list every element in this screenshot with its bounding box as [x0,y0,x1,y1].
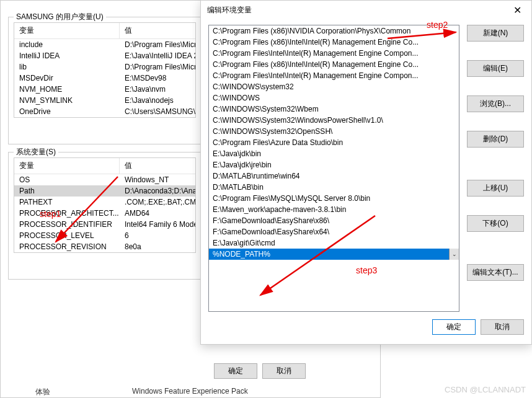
table-row[interactable]: OSWindows_NT [14,174,195,185]
cutoff-col1: 体验 [35,387,132,397]
new-button[interactable]: 新建(N) [467,25,524,42]
table-row[interactable]: PROCESSOR_IDENTIFIERIntel64 Family 6 Mod… [14,219,195,230]
user-vars-table[interactable]: 变量 值 includeD:\Program Files\MicrIntelli… [14,22,196,118]
table-header: 变量 值 [14,158,195,174]
edit-env-var-dialog: 编辑环境变量 ✕ C:\Program Files (x86)\NVIDIA C… [200,0,532,345]
path-item[interactable]: C:\Program Files (x86)\Intel\Intel(R) Ma… [209,37,459,48]
cell-var: include [14,39,120,50]
cell-val: AMD64 [120,208,195,219]
table-row[interactable]: PROCESSOR_LEVEL6 [14,230,195,241]
cell-val: .COM;.EXE;.BAT;.CMD; [120,197,195,208]
cutoff-row: 体验 Windows Feature Experience Pack [35,387,248,397]
path-item[interactable]: D:\MATLAB\bin [209,182,459,193]
ok-button[interactable]: 确定 [432,319,476,335]
path-item[interactable]: E:\Java\jdk\jre\bin [209,159,459,170]
table-row[interactable]: libD:\Program Files\Micr [14,61,195,73]
table-header: 变量 值 [14,23,195,39]
table-row[interactable]: NVM_HOMEE:\Java\nvm [14,84,195,95]
path-edit-input[interactable] [213,250,445,259]
path-item[interactable]: F:\GameDownload\EasyShare\x64\ [209,226,459,237]
cancel-button[interactable]: 取消 [262,363,306,379]
col-var: 变量 [14,23,120,38]
path-item[interactable]: C:\Program Files\MySQL\MySQL Server 8.0\… [209,193,459,204]
path-list[interactable]: C:\Program Files (x86)\NVIDIA Corporatio… [208,25,459,312]
cell-var: Path [14,185,120,197]
path-item[interactable]: C:\WINDOWS\System32\WindowsPowerShell\v1… [209,115,459,126]
table-row[interactable]: OneDriveC:\Users\SAMSUNG\O [14,106,195,117]
title-bar: 编辑环境变量 ✕ [201,1,531,20]
cell-var: PROCESSOR_REVISION [14,241,120,252]
edit-text-button[interactable]: 编辑文本(T)... [467,264,524,281]
cell-val: E:\MSDev98 [120,73,195,84]
cell-val: E:\Java\nodejs [120,95,195,106]
cell-val: C:\Users\SAMSUNG\O [120,106,195,117]
cell-val: 8e0a [120,241,195,252]
cell-val: Intel64 Family 6 Mode [120,219,195,230]
table-row[interactable]: PROCESSOR_REVISION8e0a [14,241,195,252]
cell-var: NVM_SYMLINK [14,95,120,106]
col-var: 变量 [14,158,120,174]
path-item[interactable]: C:\Program Files\Azure Data Studio\bin [209,137,459,148]
dialog-title: 编辑环境变量 [207,5,252,15]
side-buttons: 新建(N) 编辑(E) 浏览(B)... 删除(D) 上移(U) 下移(O) 编… [467,25,524,312]
path-item[interactable]: C:\Program Files\Intel\Intel(R) Manageme… [209,48,459,59]
table-row[interactable]: PathD:\Anaconda3;D:\Ana [14,185,195,197]
edit-button[interactable]: 编辑(E) [467,60,524,77]
path-item[interactable]: C:\WINDOWS [209,92,459,104]
table-row[interactable]: IntelliJ IDEAE:\Java\IntelliJ IDEA 20 [14,50,195,61]
table-row[interactable]: PROCESSOR_ARCHITECT...AMD64 [14,208,195,219]
path-item[interactable]: C:\Program Files (x86)\NVIDIA Corporatio… [209,25,459,37]
path-item[interactable]: C:\WINDOWS\system32 [209,81,459,92]
path-item[interactable]: E:\Maven_work\apache-maven-3.8.1\bin [209,204,459,215]
cell-val: Windows_NT [120,174,195,185]
system-vars-table[interactable]: 变量 值 OSWindows_NTPathD:\Anaconda3;D:\Ana… [14,157,196,253]
delete-button[interactable]: 删除(D) [467,131,524,148]
table-row[interactable]: NVM_SYMLINKE:\Java\nodejs [14,95,195,106]
cell-var: PATHEXT [14,197,120,208]
table-row[interactable]: MSDevDirE:\MSDev98 [14,73,195,84]
system-vars-label: 系统变量(S) [14,147,58,157]
col-val: 值 [120,158,195,174]
cell-var: OS [14,174,120,185]
cell-var: IntelliJ IDEA [14,50,120,61]
watermark: CSDN @LCLANNADT [445,385,526,394]
path-item[interactable]: C:\Program Files\Intel\Intel(R) Manageme… [209,70,459,81]
path-item[interactable]: C:\WINDOWS\System32\Wbem [209,104,459,115]
path-item[interactable]: C:\WINDOWS\System32\OpenSSH\ [209,126,459,137]
cell-val: D:\Anaconda3;D:\Ana [120,185,195,197]
chevron-down-icon[interactable]: ⌄ [449,249,459,260]
cancel-button[interactable]: 取消 [481,319,524,335]
path-item[interactable]: C:\Program Files (x86)\Intel\Intel(R) Ma… [209,59,459,70]
ok-button[interactable]: 确定 [214,363,257,379]
path-item[interactable]: E:\Java\git\Git\cmd [209,237,459,249]
close-icon[interactable]: ✕ [510,4,525,16]
cell-var: NVM_HOME [14,84,120,95]
browse-button[interactable]: 浏览(B)... [467,95,524,112]
cell-val: D:\Program Files\Micr [120,39,195,50]
cell-var: PROCESSOR_LEVEL [14,230,120,241]
cell-val: 6 [120,230,195,241]
cell-var: PROCESSOR_IDENTIFIER [14,219,120,230]
col-val: 值 [120,23,195,38]
path-item-editing[interactable]: ⌄ [209,249,459,260]
path-item[interactable]: F:\GameDownload\EasyShare\x86\ [209,215,459,226]
cell-var: lib [14,61,120,73]
table-row[interactable]: includeD:\Program Files\Micr [14,39,195,50]
cell-var: MSDevDir [14,73,120,84]
cell-var: OneDrive [14,106,120,117]
cell-var: PROCESSOR_ARCHITECT... [14,208,120,219]
user-vars-label: SAMSUNG 的用户变量(U) [14,12,106,22]
cell-val: E:\Java\nvm [120,84,195,95]
move-up-button[interactable]: 上移(U) [467,180,524,197]
cell-val: E:\Java\IntelliJ IDEA 20 [120,50,195,61]
path-item[interactable]: D:\MATLAB\runtime\win64 [209,170,459,182]
cutoff-col2: Windows Feature Experience Pack [132,387,248,397]
move-down-button[interactable]: 下移(O) [467,215,524,232]
cell-val: D:\Program Files\Micr [120,61,195,73]
table-row[interactable]: PATHEXT.COM;.EXE;.BAT;.CMD; [14,197,195,208]
path-item[interactable]: E:\Java\jdk\bin [209,148,459,159]
